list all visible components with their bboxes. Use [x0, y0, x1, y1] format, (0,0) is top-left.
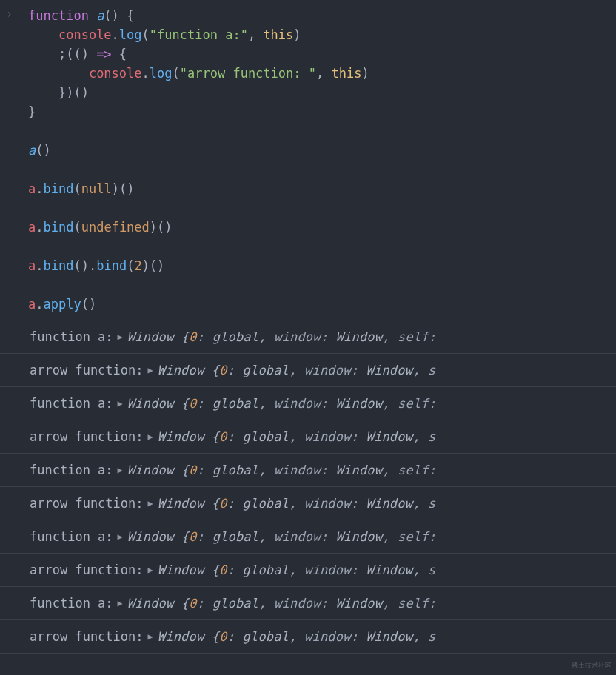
watermark: 稀土技术社区 [572, 661, 612, 671]
log-label: arrow function: [30, 363, 144, 377]
object-preview[interactable]: Window {0: global, window: Window, s [158, 562, 436, 577]
console-log-row: arrow function: ▶Window {0: global, wind… [0, 354, 616, 387]
object-preview[interactable]: Window {0: global, window: Window, self: [127, 396, 436, 411]
expand-triangle-icon[interactable]: ▶ [118, 598, 123, 608]
object-preview[interactable]: Window {0: global, window: Window, s [158, 429, 436, 444]
console-log-row: function a: ▶Window {0: global, window: … [0, 454, 616, 487]
object-preview[interactable]: Window {0: global, window: Window, self: [127, 329, 436, 344]
log-label: function a: [30, 396, 113, 411]
object-preview[interactable]: Window {0: global, window: Window, self: [127, 529, 436, 544]
console-log-row: function a: ▶Window {0: global, window: … [0, 587, 616, 620]
log-label: arrow function: [30, 629, 144, 644]
expand-triangle-icon[interactable]: ▶ [118, 398, 123, 409]
expand-triangle-icon[interactable]: ▶ [148, 431, 153, 442]
expand-triangle-icon[interactable]: ▶ [118, 332, 123, 342]
expand-triangle-icon[interactable]: ▶ [148, 565, 153, 575]
code-input[interactable]: function a() { console.log("function a:"… [28, 6, 369, 320]
log-label: function a: [30, 463, 113, 477]
object-preview[interactable]: Window {0: global, window: Window, self: [127, 596, 436, 611]
log-label: arrow function: [30, 429, 144, 444]
log-label: arrow function: [30, 496, 144, 511]
log-label: function a: [30, 529, 113, 544]
console-log-row: function a: ▶Window {0: global, window: … [0, 320, 616, 354]
console-input-block: › function a() { console.log("function a… [0, 0, 616, 320]
expand-triangle-icon[interactable]: ▶ [148, 365, 153, 375]
console-log-row: arrow function: ▶Window {0: global, wind… [0, 554, 616, 587]
console-log-row: arrow function: ▶Window {0: global, wind… [0, 420, 616, 454]
object-preview[interactable]: Window {0: global, window: Window, self: [127, 463, 436, 477]
console-log-row: arrow function: ▶Window {0: global, wind… [0, 620, 616, 654]
expand-triangle-icon[interactable]: ▶ [148, 498, 153, 508]
input-prompt-icon: › [6, 6, 28, 320]
expand-triangle-icon[interactable]: ▶ [148, 631, 153, 642]
console-output: function a: ▶Window {0: global, window: … [0, 320, 616, 654]
log-label: function a: [30, 329, 113, 344]
log-label: function a: [30, 596, 113, 611]
object-preview[interactable]: Window {0: global, window: Window, s [158, 629, 436, 644]
console-log-row: function a: ▶Window {0: global, window: … [0, 520, 616, 554]
expand-triangle-icon[interactable]: ▶ [118, 531, 123, 542]
object-preview[interactable]: Window {0: global, window: Window, s [158, 363, 436, 377]
expand-triangle-icon[interactable]: ▶ [118, 465, 123, 475]
log-label: arrow function: [30, 562, 144, 577]
console-log-row: arrow function: ▶Window {0: global, wind… [0, 487, 616, 520]
console-log-row: function a: ▶Window {0: global, window: … [0, 387, 616, 420]
devtools-console: › function a() { console.log("function a… [0, 0, 616, 654]
object-preview[interactable]: Window {0: global, window: Window, s [158, 496, 436, 511]
